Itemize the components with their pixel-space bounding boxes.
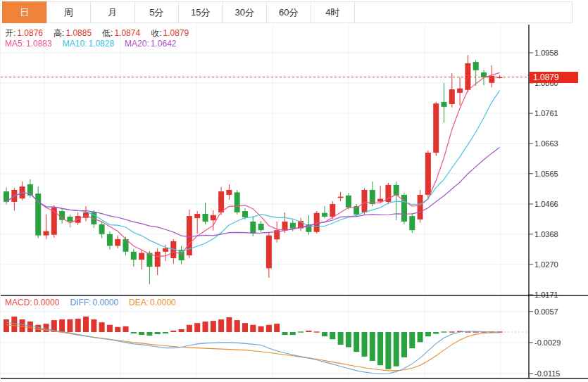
svg-text:1.0565: 1.0565 [534, 170, 558, 178]
tab-5分[interactable]: 5分 [135, 1, 180, 23]
ohlc-readout: 开:1.0876 高:1.0885 低:1.0874 收:1.0879 [5, 27, 189, 39]
tab-60分[interactable]: 60分 [266, 1, 311, 23]
close-value: 1.0879 [163, 28, 189, 38]
ma10-value: 1.0828 [88, 39, 114, 49]
svg-text:-0.0029: -0.0029 [534, 338, 561, 347]
candles-group [4, 55, 503, 284]
kline-app: 日周月5分15分30分60分4时 1.09581.08601.07611.066… [0, 0, 588, 382]
macd-value: 0.0000 [34, 298, 60, 307]
high-value: 1.0885 [65, 28, 92, 38]
tab-30分[interactable]: 30分 [223, 1, 268, 23]
svg-text:1.0368: 1.0368 [534, 230, 558, 238]
tab-4时[interactable]: 4时 [311, 1, 356, 23]
macd-label: MACD: [5, 298, 32, 307]
tab-日[interactable]: 日 [2, 1, 47, 23]
tab-月[interactable]: 月 [90, 1, 135, 23]
close-label: 收: [151, 27, 161, 39]
svg-text:1.0466: 1.0466 [534, 200, 558, 208]
svg-text:1.0270: 1.0270 [534, 260, 558, 269]
timeframe-tabs: 日周月5分15分30分60分4时 [2, 1, 573, 23]
svg-text:-0.0115: -0.0115 [534, 369, 561, 378]
tab-周[interactable]: 周 [46, 1, 92, 23]
svg-text:1.0171: 1.0171 [534, 291, 558, 299]
high-label: 高: [54, 27, 64, 39]
ma5-label: MA5: [5, 39, 25, 49]
low-value: 1.0874 [114, 28, 140, 38]
vertical-gridlines [44, 25, 501, 378]
kline-chart[interactable]: 1.09581.08601.07611.06631.05651.04661.03… [1, 0, 588, 382]
ma-readout: MA5:1.0883 MA10:1.0828 MA20:1.0642 [5, 39, 177, 49]
svg-text:1.0663: 1.0663 [534, 139, 558, 148]
chart-canvas[interactable]: 1.09581.08601.07611.06631.05651.04661.03… [1, 0, 588, 382]
ma20-value: 1.0642 [151, 39, 177, 49]
diff-label: DIFF: [70, 298, 91, 307]
macd-axis-labels: 0.0057-0.0029-0.0115 [529, 307, 561, 378]
diff-value: 0.0000 [92, 298, 118, 307]
low-label: 低: [102, 27, 113, 39]
price-gridlines [1, 53, 529, 295]
dea-label: DEA: [129, 298, 149, 307]
svg-text:1.0958: 1.0958 [534, 49, 558, 57]
ma20-label: MA20: [125, 39, 149, 49]
ma10-label: MA10: [63, 39, 87, 49]
svg-text:0.0057: 0.0057 [534, 307, 558, 316]
ma5-value: 1.0883 [26, 39, 52, 49]
open-label: 开: [5, 27, 15, 39]
tab-15分[interactable]: 15分 [178, 1, 223, 23]
open-value: 1.0876 [17, 28, 43, 38]
dea-value: 0.0000 [150, 298, 176, 307]
macd-readout: MACD:0.0000 DIFF:0.0000 DEA:0.0000 [5, 298, 176, 307]
current-price-tag: 1.0879 [530, 72, 578, 83]
svg-text:1.0761: 1.0761 [534, 109, 558, 117]
tabbar-empty-cell [354, 1, 573, 23]
price-axis-labels: 1.09581.08601.07611.06631.05651.04661.03… [529, 49, 558, 299]
